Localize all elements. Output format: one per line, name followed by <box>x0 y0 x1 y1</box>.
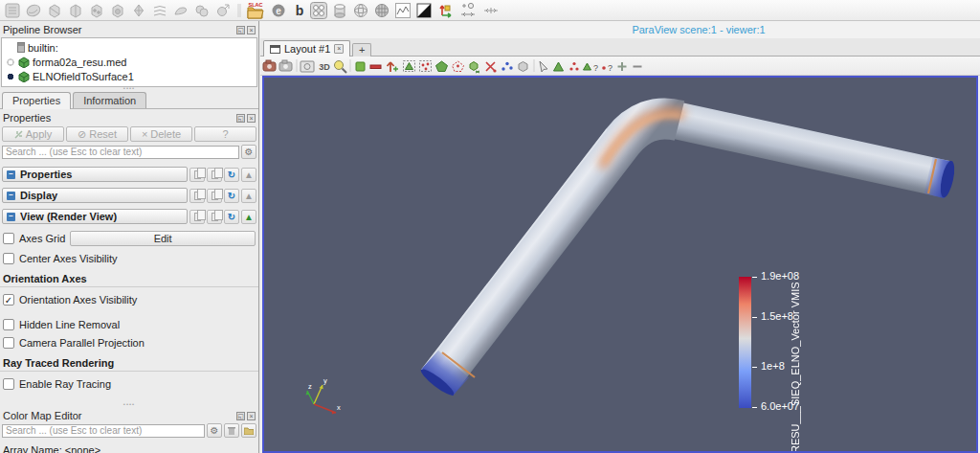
toggle-2d3d-icon[interactable]: 3D <box>319 62 330 72</box>
restore-defaults-icon[interactable]: ↻ <box>224 189 239 203</box>
copy-display-icon[interactable] <box>189 189 205 203</box>
query-cells-icon[interactable]: ? <box>584 63 599 73</box>
panel-splitter-handle[interactable]: •••• <box>0 87 258 91</box>
extract-subset-icon[interactable] <box>113 5 122 17</box>
paste-properties-icon[interactable] <box>207 168 222 182</box>
copy-properties-icon[interactable] <box>189 168 205 182</box>
threshold-icon[interactable] <box>92 5 101 17</box>
slac-macro-folder-icon[interactable]: SLAC <box>248 2 263 18</box>
glyph-icon[interactable] <box>135 5 144 16</box>
zoom-to-box-icon[interactable] <box>335 61 347 74</box>
pipeline-item-forma02a[interactable]: forma02a_resu.med <box>2 55 256 69</box>
render-viewport[interactable]: z y x 1.9e+08 1.5e+8 1e+8 6.0e+07 RESU__… <box>262 76 978 453</box>
save-defaults-icon[interactable]: ▲ <box>241 189 256 203</box>
macro-ruler-time-icon[interactable] <box>461 3 475 16</box>
delete-colormap-icon[interactable] <box>224 423 239 438</box>
macro-ruler-icon[interactable] <box>484 8 498 13</box>
paste-display-icon[interactable] <box>207 189 222 203</box>
tab-properties[interactable]: Properties <box>2 92 71 109</box>
adjust-camera-icon[interactable] <box>279 60 292 71</box>
stream-tracer-icon[interactable] <box>154 7 166 16</box>
close-panel-icon[interactable]: × <box>247 412 256 420</box>
select-points-rectangle-icon[interactable] <box>420 61 432 72</box>
reset-camera-icon[interactable] <box>263 60 276 71</box>
visibility-on-icon[interactable] <box>6 72 15 81</box>
query-points-icon[interactable]: ? <box>602 63 612 73</box>
macro-cylinder-icon[interactable] <box>335 5 345 17</box>
save-defaults-icon[interactable]: ▲ <box>241 168 256 182</box>
extract-group-icon[interactable] <box>218 5 230 16</box>
collapse-icon[interactable]: − <box>7 213 15 221</box>
clip-icon[interactable] <box>50 5 59 17</box>
macro-contrast-icon[interactable] <box>417 4 431 17</box>
visibility-off-icon[interactable] <box>6 57 15 67</box>
float-panel-icon[interactable]: ◱ <box>236 412 245 420</box>
interactive-select-cells-icon[interactable] <box>486 62 497 73</box>
macro-sphere-mesh-icon[interactable] <box>355 5 368 17</box>
float-panel-icon[interactable]: ◱ <box>236 114 245 123</box>
select-cells-polygon-icon[interactable] <box>436 61 448 72</box>
macro-e-icon[interactable]: e <box>273 5 285 17</box>
properties-search-input[interactable] <box>2 146 239 159</box>
pipe-elbow-mesh[interactable] <box>418 112 957 398</box>
section-display-bar[interactable]: − Display <box>2 188 188 203</box>
calculator-icon[interactable] <box>6 4 19 17</box>
restore-defaults-icon[interactable]: ↻ <box>224 210 239 224</box>
pointer-icon[interactable] <box>540 61 547 72</box>
warp-by-vector-icon[interactable] <box>175 8 187 14</box>
section-properties-bar[interactable]: − Properties <box>2 167 188 182</box>
add-layout-tab[interactable]: + <box>352 43 371 57</box>
select-cells-on-icon[interactable] <box>356 62 365 71</box>
tab-information[interactable]: Information <box>73 92 146 108</box>
layout-tab[interactable]: Layout #1 × <box>263 40 350 57</box>
color-legend-bar[interactable] <box>739 277 751 408</box>
float-panel-icon[interactable]: ◱ <box>236 26 245 34</box>
macro-b-icon[interactable]: b <box>296 3 304 18</box>
orientation-axes-widget[interactable]: z y x <box>306 376 342 415</box>
select-points-polygon-icon[interactable] <box>453 61 464 72</box>
collapse-icon[interactable]: − <box>7 192 15 200</box>
contour-icon[interactable] <box>25 3 41 18</box>
copy-view-icon[interactable] <box>189 210 205 224</box>
panel-splitter-handle[interactable]: •••• <box>0 403 258 407</box>
macro-color-legend-icon[interactable] <box>440 6 451 17</box>
close-panel-icon[interactable]: × <box>247 114 256 123</box>
interactive-select-cells2-icon[interactable] <box>554 62 564 71</box>
slice-icon[interactable] <box>71 5 80 17</box>
collapse-icon[interactable]: − <box>7 170 15 179</box>
close-panel-icon[interactable]: × <box>247 26 256 34</box>
macro-plot-icon[interactable] <box>396 4 411 18</box>
hidden-line-checkbox[interactable] <box>3 319 14 330</box>
select-cells-rectangle-icon[interactable] <box>404 61 415 72</box>
zoom-in-legend-icon[interactable] <box>618 62 627 71</box>
group-datasets-icon[interactable] <box>196 6 208 16</box>
apply-button[interactable]: Apply <box>2 126 64 142</box>
reset-button[interactable]: ⊘ Reset <box>66 126 128 142</box>
import-colormap-folder-icon[interactable] <box>241 423 256 438</box>
capture-screenshot-icon[interactable] <box>301 61 314 72</box>
delete-button[interactable]: × Delete <box>130 126 192 142</box>
axes-grid-edit-button[interactable]: Edit <box>70 231 256 246</box>
section-view-bar[interactable]: − View (Render View) <box>2 209 188 224</box>
macro-dots-icon[interactable] <box>311 3 327 19</box>
color-map-search-input[interactable] <box>2 424 205 438</box>
macro-dense-mesh-icon[interactable] <box>376 5 389 17</box>
close-tab-icon[interactable]: × <box>334 44 344 54</box>
clear-selection-icon[interactable] <box>370 65 381 69</box>
interactive-select-points-icon[interactable] <box>501 62 512 71</box>
camera-parallel-checkbox[interactable] <box>3 337 14 349</box>
help-button[interactable]: ? <box>194 126 256 142</box>
save-defaults-icon[interactable]: ▲ <box>241 210 256 224</box>
pipeline-item-builtin[interactable]: builtin: <box>2 40 256 55</box>
paste-view-icon[interactable] <box>207 210 222 224</box>
interactive-select-points2-icon[interactable] <box>569 62 578 71</box>
search-options-gear-icon[interactable]: ⚙ <box>207 423 222 438</box>
restore-defaults-icon[interactable]: ↻ <box>224 168 239 182</box>
select-block-icon[interactable] <box>470 62 479 74</box>
orientation-axes-checkbox[interactable]: ✓ <box>3 294 14 306</box>
pipeline-item-elnofield[interactable]: ELNOfieldToSurface1 <box>2 69 256 83</box>
grow-selection-icon[interactable] <box>388 62 399 72</box>
center-axes-checkbox[interactable] <box>3 253 14 264</box>
search-options-gear-icon[interactable]: ⚙ <box>241 145 256 159</box>
axes-grid-checkbox[interactable] <box>3 233 14 244</box>
